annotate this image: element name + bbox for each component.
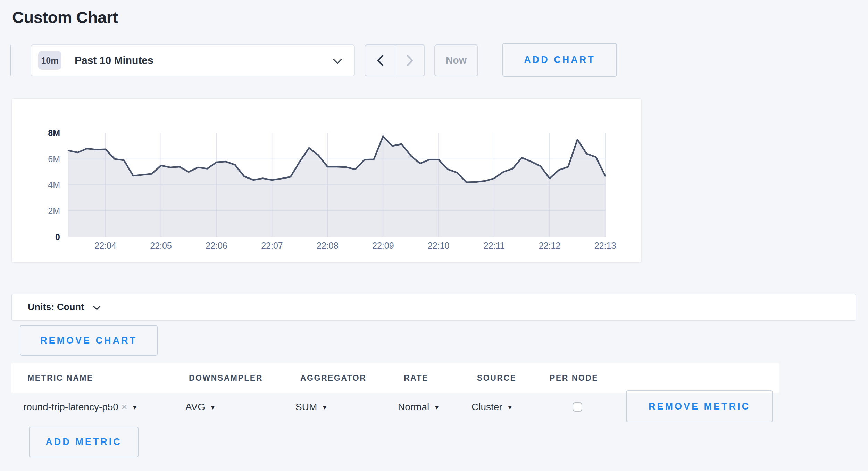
chart-x-tick-label: 22:07 (261, 241, 283, 250)
aggregator-select[interactable]: SUM ▼ (295, 399, 327, 415)
time-range-badge: 10m (38, 51, 61, 70)
column-header-metric-name: METRIC NAME (27, 363, 93, 393)
time-forward-button[interactable] (395, 45, 424, 76)
column-header-per-node: PER NODE (550, 363, 598, 393)
caret-down-icon: ▼ (434, 405, 440, 411)
chart-x-tick-label: 22:10 (428, 241, 450, 250)
timeseries-chart[interactable]: 8M6M4M2M022:0422:0522:0622:0722:0822:092… (12, 99, 641, 262)
page-title: Custom Chart (12, 8, 118, 27)
chevron-right-icon (406, 54, 414, 67)
chart-x-tick-label: 22:05 (150, 241, 172, 250)
column-header-aggregator: AGGREGATOR (300, 363, 366, 393)
chevron-down-icon (333, 58, 342, 64)
units-label: Units: Count (28, 302, 84, 313)
source-value: Cluster (471, 402, 502, 413)
source-select[interactable]: Cluster ▼ (471, 399, 513, 415)
chart-y-tick-label: 4M (48, 180, 60, 190)
chart-x-tick-label: 22:09 (372, 241, 394, 250)
units-dropdown[interactable]: Units: Count (11, 294, 856, 321)
rate-value: Normal (398, 402, 429, 413)
custom-chart-page: { "page": { "title": "Custom Chart" }, "… (0, 0, 868, 471)
rate-select[interactable]: Normal ▼ (398, 399, 440, 415)
caret-down-icon: ▼ (210, 405, 216, 411)
time-range-dropdown[interactable]: 10m Past 10 Minutes (31, 44, 355, 76)
column-header-downsampler: DOWNSAMPLER (189, 363, 263, 393)
chart-y-tick-label: 0 (55, 232, 60, 242)
downsampler-select[interactable]: AVG ▼ (185, 399, 216, 415)
remove-metric-button[interactable]: REMOVE METRIC (626, 390, 773, 422)
chart-x-tick-label: 22:11 (484, 241, 505, 250)
time-step-control (365, 44, 425, 76)
chart-x-tick-label: 22:12 (539, 241, 561, 250)
now-button[interactable]: Now (434, 44, 478, 76)
column-header-rate: RATE (404, 363, 428, 393)
chart-x-tick-label: 22:06 (206, 241, 227, 250)
chart-x-tick-label: 22:08 (317, 241, 339, 250)
remove-chart-button[interactable]: REMOVE CHART (20, 325, 158, 356)
metrics-table-header: METRIC NAME DOWNSAMPLER AGGREGATOR RATE … (11, 363, 779, 393)
aggregator-value: SUM (295, 402, 317, 413)
chevron-left-icon (376, 54, 384, 67)
chart-y-tick-label: 8M (48, 128, 60, 138)
chevron-down-icon (93, 306, 101, 310)
chart-y-tick-label: 2M (48, 206, 60, 216)
caret-down-icon: ▼ (322, 405, 327, 411)
add-chart-button[interactable]: ADD CHART (502, 43, 617, 77)
downsampler-value: AVG (185, 402, 205, 413)
column-header-source: SOURCE (477, 363, 516, 393)
chart-x-tick-label: 22:13 (594, 241, 616, 250)
time-back-button[interactable] (365, 45, 395, 76)
remove-metric-tag-icon[interactable]: × (122, 402, 127, 413)
metric-name-select[interactable]: round-trip-latency-p50 × ▼ (23, 399, 137, 415)
chart-y-tick-label: 6M (48, 154, 60, 164)
add-metric-button[interactable]: ADD METRIC (29, 427, 139, 457)
chart-x-tick-label: 22:04 (94, 241, 116, 250)
time-range-label: Past 10 Minutes (75, 55, 153, 66)
metric-name-value: round-trip-latency-p50 (23, 402, 118, 413)
per-node-checkbox[interactable] (573, 402, 582, 412)
toolbar-divider (10, 45, 11, 76)
caret-down-icon: ▼ (507, 405, 513, 411)
chart-area-fill (68, 136, 605, 237)
caret-down-icon: ▼ (132, 405, 137, 411)
chart-panel: 8M6M4M2M022:0422:0522:0622:0722:0822:092… (11, 98, 642, 263)
